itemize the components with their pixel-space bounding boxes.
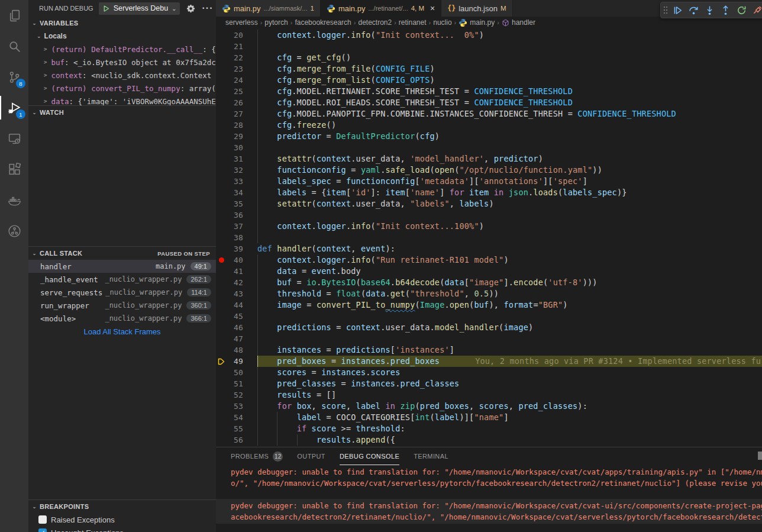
breadcrumb-item[interactable]: nuclio xyxy=(433,18,451,27)
debug-console-output[interactable]: pydev debugger: unable to find translati… xyxy=(216,465,762,532)
code-text[interactable]: image = convert_PIL_to_numpy(Image.open(… xyxy=(257,299,762,311)
restart-button[interactable] xyxy=(734,3,750,17)
code-text[interactable]: labels = {item['id']: item['name'] for i… xyxy=(257,187,762,198)
gear-icon[interactable] xyxy=(186,4,195,13)
code-text[interactable] xyxy=(257,333,762,344)
breakpoint-gutter[interactable] xyxy=(216,165,228,176)
activity-item-docker[interactable] xyxy=(0,185,28,215)
breakpoint-gutter[interactable] xyxy=(216,389,228,401)
breakpoint-gutter[interactable] xyxy=(216,63,228,75)
step-into-button[interactable] xyxy=(702,3,718,17)
call-stack-pane-header[interactable]: ⌄ CALL STACK PAUSED ON STEP xyxy=(28,247,216,260)
activity-item-run-and-debug[interactable]: 1 xyxy=(0,92,28,123)
code-text[interactable]: functionconfig = yaml.safe_load(open("/o… xyxy=(257,165,762,176)
breakpoint-gutter[interactable] xyxy=(216,187,228,198)
variable-row[interactable]: > (return) convert_PIL_to_numpy: array([… xyxy=(28,82,216,95)
code-text[interactable] xyxy=(257,311,762,322)
breakpoint-icon[interactable] xyxy=(219,257,224,263)
console-message[interactable]: pydev debugger: unable to find translati… xyxy=(216,499,762,524)
variable-row[interactable]: > data: {'image': 'iVBORw0KGgoAAAANSUhE… xyxy=(28,95,216,105)
code-text[interactable]: results = [] xyxy=(257,389,762,401)
code-text[interactable]: cfg.MODEL.PANOPTIC_FPN.COMBINE.INSTANCES… xyxy=(257,108,762,120)
breakpoint-gutter[interactable] xyxy=(216,367,228,378)
code-text[interactable]: context.logger.info("Run retinanet-R101 … xyxy=(257,254,762,266)
code-text[interactable]: results.append({ xyxy=(257,434,762,446)
breakpoint-gutter[interactable] xyxy=(216,75,228,86)
code-editor[interactable]: 20 context.logger.info("Init context... … xyxy=(216,28,762,448)
panel-tab-output[interactable]: OUTPUT xyxy=(297,447,325,465)
code-text[interactable]: context.logger.info("Init context...100%… xyxy=(257,221,762,232)
breakpoint-gutter[interactable] xyxy=(216,401,228,412)
breakpoint-gutter[interactable] xyxy=(216,108,228,120)
activity-item-source-control[interactable]: 8 xyxy=(0,62,28,92)
breakpoint-gutter[interactable] xyxy=(216,97,228,108)
breakpoint-gutter[interactable] xyxy=(216,30,228,41)
breakpoint-gutter[interactable] xyxy=(216,378,228,389)
code-text[interactable] xyxy=(257,232,762,243)
checkbox[interactable]: ✓ xyxy=(38,528,47,532)
console-message[interactable]: pydev debugger: unable to find translati… xyxy=(216,465,762,490)
breakpoint-gutter[interactable] xyxy=(216,299,228,311)
code-text[interactable]: setattr(context.user_data, "labels", lab… xyxy=(257,198,762,209)
code-text[interactable]: predictions = context.user_data.model_ha… xyxy=(257,322,762,333)
breadcrumb-item[interactable]: main.py xyxy=(459,18,495,27)
panel-tab-terminal[interactable]: TERMINAL xyxy=(414,447,448,465)
activity-item-git-graph[interactable] xyxy=(0,215,28,246)
breakpoints-pane-header[interactable]: ⌄ BREAKPOINTS xyxy=(28,500,216,513)
breakpoint-gutter[interactable] xyxy=(216,322,228,333)
activity-item-explorer[interactable] xyxy=(0,0,28,31)
variable-row[interactable]: > context: <nuclio_sdk.context.Context o… xyxy=(28,69,216,82)
continue-button[interactable] xyxy=(670,3,686,17)
code-text[interactable]: cfg.freeze() xyxy=(257,120,762,131)
code-text[interactable]: label = COCO_CATEGORIES[int(label)]["nam… xyxy=(257,412,762,423)
code-text[interactable]: context.logger.info("Init context... 0%"… xyxy=(257,30,762,41)
panel-tab-problems[interactable]: PROBLEMS 12 xyxy=(231,447,283,465)
breakpoint-gutter[interactable] xyxy=(216,131,228,142)
breadcrumb-item[interactable]: handler xyxy=(502,18,535,27)
activity-item-extensions[interactable] xyxy=(0,154,28,185)
step-out-button[interactable] xyxy=(718,3,734,17)
code-text[interactable]: cfg.merge_from_list(CONFIG_OPTS) xyxy=(257,75,762,86)
load-all-stack-frames-link[interactable]: Load All Stack Frames xyxy=(28,325,216,338)
code-text[interactable]: cfg.MODEL.RETINANET.SCORE_THRESH_TEST = … xyxy=(257,86,762,97)
breakpoint-row[interactable]: ✓ Uncaught Exceptions xyxy=(28,526,216,532)
disconnect-button[interactable] xyxy=(750,3,762,17)
breakpoint-gutter[interactable] xyxy=(216,344,228,356)
more-actions-icon[interactable]: ··· xyxy=(202,3,213,14)
debug-config-dropdown[interactable]: Serverless Debu ⌄ xyxy=(99,2,180,15)
panel-tab-debug-console[interactable]: DEBUG CONSOLE xyxy=(340,447,399,465)
start-debugging-icon[interactable] xyxy=(102,5,110,12)
breadcrumb-item[interactable]: retinanet xyxy=(399,18,427,27)
breakpoint-gutter[interactable] xyxy=(216,41,228,52)
code-text[interactable]: setattr(context.user_data, 'model_handle… xyxy=(257,153,762,165)
code-text[interactable]: scores = instances.scores xyxy=(257,367,762,378)
breakpoint-gutter[interactable] xyxy=(216,311,228,322)
code-text[interactable]: instances = predictions['instances'] xyxy=(257,344,762,356)
breakpoint-gutter[interactable] xyxy=(216,52,228,63)
close-icon[interactable]: × xyxy=(430,4,435,13)
breakpoint-gutter[interactable] xyxy=(216,333,228,344)
activity-item-remote-explorer[interactable] xyxy=(0,123,28,154)
code-text[interactable]: cfg.merge_from_file(CONFIG_FILE) xyxy=(257,63,762,75)
code-text[interactable]: predictor = DefaultPredictor(cfg) xyxy=(257,131,762,142)
breakpoint-gutter[interactable] xyxy=(216,209,228,221)
checkbox[interactable] xyxy=(38,515,47,524)
tab-main.py[interactable]: main.py .../siammask/... 1 xyxy=(216,0,321,17)
code-text[interactable]: data = event.body xyxy=(257,266,762,277)
breakpoint-gutter[interactable] xyxy=(216,153,228,165)
stack-frame-row[interactable]: serve_requests _nuclio_wrapper.py 114:1 xyxy=(28,286,216,299)
step-over-button[interactable] xyxy=(686,3,702,17)
stack-frame-row[interactable]: handler main.py 49:1 xyxy=(28,260,216,273)
code-text[interactable]: def handler(context, event): xyxy=(257,243,762,254)
breadcrumb-item[interactable]: serverless xyxy=(225,18,258,27)
breakpoint-gutter[interactable] xyxy=(216,277,228,288)
code-text[interactable]: buf = io.BytesIO(base64.b64decode(data["… xyxy=(257,277,762,288)
watch-pane-header[interactable]: ⌄ WATCH xyxy=(28,106,216,119)
variable-row[interactable]: > (return) DefaultPredictor.__call__: {'… xyxy=(28,43,216,56)
breakpoint-gutter[interactable] xyxy=(216,221,228,232)
breakpoint-gutter[interactable] xyxy=(216,243,228,254)
breakpoint-gutter[interactable] xyxy=(216,120,228,131)
breakpoint-gutter[interactable] xyxy=(216,232,228,243)
code-text[interactable] xyxy=(257,209,762,221)
tab-main.py[interactable]: main.py .../retinanet/... 4, M × xyxy=(321,0,441,17)
